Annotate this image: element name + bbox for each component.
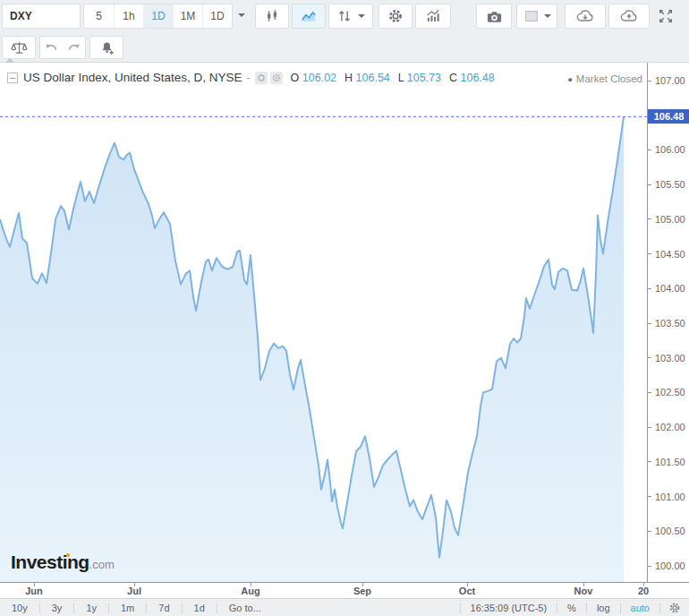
price-tick-label: 103.00 <box>655 353 685 364</box>
gear-icon <box>387 8 404 24</box>
price-tick-mark <box>648 150 651 150</box>
time-tick-label: Jun <box>16 586 52 596</box>
time-tick-label: Nov <box>566 586 601 596</box>
bottom-right-group: 16:35:09 (UTC-5) % log auto <box>460 599 684 616</box>
time-tick-label: 20 <box>625 586 661 596</box>
alert-bell-plus-icon <box>98 39 115 56</box>
range-button-1d[interactable]: 1d <box>183 603 217 613</box>
interval-button-1d-4[interactable]: 1D <box>202 4 232 28</box>
area-fill <box>0 116 624 582</box>
chart-legend: – US Dollar Index, United States, D, NYS… <box>7 71 503 84</box>
price-chart-canvas[interactable] <box>0 63 647 582</box>
price-tick-label: 102.00 <box>655 422 685 432</box>
interval-group: 51h1D1M1D <box>83 4 233 29</box>
chevron-down-icon <box>358 14 365 18</box>
area-chart-icon <box>301 8 317 24</box>
price-tick-label: 104.50 <box>655 249 685 260</box>
symbol-input[interactable]: DXY <box>2 4 81 29</box>
camera-icon <box>486 8 503 25</box>
range-button-10y[interactable]: 10y <box>0 603 39 613</box>
indicators-button[interactable] <box>415 4 451 29</box>
indicators-icon <box>425 8 441 24</box>
price-tick-mark <box>648 184 651 185</box>
chart-type-candlestick-button[interactable] <box>255 4 289 29</box>
settings-button[interactable] <box>379 4 413 29</box>
range-group: 10y3y1y1m7d1dGo to... <box>0 603 273 613</box>
price-tick-mark <box>648 81 651 81</box>
status-dot-icon: ● <box>567 75 572 84</box>
current-price-tag: 106.48 <box>648 109 689 124</box>
price-tick-label: 105.00 <box>655 214 685 225</box>
price-tick-label: 107.00 <box>655 75 685 86</box>
range-button-go-to-[interactable]: Go to... <box>217 603 273 613</box>
price-tick-mark <box>648 496 651 497</box>
price-tick-label: 100.50 <box>655 526 685 536</box>
compare-style-button[interactable] <box>328 4 373 29</box>
bottom-toolbar: 10y3y1y1m7d1dGo to... 16:35:09 (UTC-5) %… <box>0 598 689 616</box>
layout-button[interactable] <box>516 4 557 29</box>
legend-dash: - <box>247 72 251 84</box>
fullscreen-icon <box>658 8 674 24</box>
logo-orange-dot <box>66 553 70 557</box>
interval-button-1h-1[interactable]: 1h <box>114 4 143 28</box>
interval-button-5-0[interactable]: 5 <box>84 4 114 28</box>
toolbar-collapse-arrow[interactable] <box>5 58 14 63</box>
legend-snapshot-chip[interactable] <box>255 72 268 84</box>
undo-button[interactable] <box>40 40 63 56</box>
price-tick-label: 100.00 <box>655 560 685 571</box>
legend-collapse-button[interactable]: – <box>7 73 18 83</box>
scales-icon <box>11 39 28 56</box>
market-status: ●Market Closed <box>567 73 642 84</box>
snapshot-button[interactable] <box>476 4 512 29</box>
price-axis[interactable]: 106.48 107.00106.00105.50105.00104.50104… <box>647 63 689 582</box>
add-alert-button[interactable] <box>89 36 123 59</box>
interval-button-1d-2[interactable]: 1D <box>143 4 173 28</box>
redo-button[interactable] <box>63 40 85 56</box>
chevron-down-icon <box>238 13 245 17</box>
save-layout-button[interactable] <box>608 4 650 29</box>
logo-tld: .com <box>89 558 115 571</box>
undo-icon <box>44 40 59 56</box>
compare-scales-button[interactable] <box>2 36 36 59</box>
range-button-3y[interactable]: 3y <box>40 603 74 613</box>
price-tick-label: 101.50 <box>655 457 685 467</box>
ohlc-values: O 106.02H 106.54L 105.73C 106.48 <box>291 72 503 84</box>
cloud-download-icon <box>575 7 595 25</box>
candlestick-icon <box>264 8 280 24</box>
ohlc-o: O 106.02 <box>291 72 336 84</box>
fullscreen-button[interactable] <box>655 4 676 29</box>
logo-text: Investing <box>11 552 89 572</box>
chart-type-area-button[interactable] <box>292 4 326 29</box>
price-tick-mark <box>648 357 651 358</box>
price-tick-label: 101.00 <box>655 492 685 502</box>
price-tick-mark <box>648 461 651 462</box>
circle-icon <box>257 73 266 82</box>
log-scale-button[interactable]: log <box>587 603 620 613</box>
clock-label: 16:35:09 (UTC-5) <box>461 603 557 613</box>
price-tick-mark <box>648 531 651 532</box>
range-button-7d[interactable]: 7d <box>147 603 181 613</box>
legend-settings-chip[interactable] <box>270 72 283 84</box>
price-tick-label: 104.00 <box>655 283 685 294</box>
redo-icon <box>66 40 81 56</box>
time-tick-label: Oct <box>449 586 485 596</box>
time-tick-label: Aug <box>233 586 268 596</box>
price-tick-mark <box>648 323 651 324</box>
range-button-1m[interactable]: 1m <box>109 603 146 613</box>
price-tick-mark <box>648 566 651 567</box>
load-layout-button[interactable] <box>565 4 606 29</box>
ohlc-c: C 106.48 <box>449 72 495 84</box>
interval-dropdown-button[interactable] <box>234 4 250 27</box>
chart-application: DXY 51h1D1M1D <box>0 0 689 616</box>
price-tick-mark <box>648 427 651 428</box>
time-tick-label: Jul <box>116 586 152 596</box>
price-tick-label: 106.00 <box>655 144 685 155</box>
percent-scale-button[interactable]: % <box>557 603 586 613</box>
price-tick-mark <box>648 218 651 219</box>
time-axis[interactable]: JunJulAugSepOctNov20 <box>0 582 689 598</box>
range-button-1y[interactable]: 1y <box>74 603 108 613</box>
interval-button-1m-3[interactable]: 1M <box>173 4 202 28</box>
auto-scale-button[interactable]: auto <box>621 603 659 613</box>
market-status-label: Market Closed <box>576 73 642 84</box>
axis-settings-button[interactable] <box>660 602 684 614</box>
